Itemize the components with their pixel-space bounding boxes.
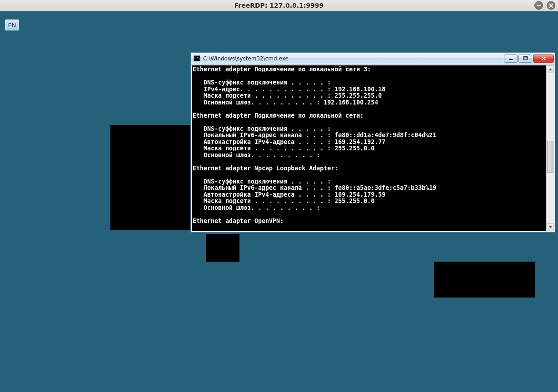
chevron-up-icon: [548, 67, 553, 71]
scroll-up-button[interactable]: [547, 65, 554, 73]
cmd-titlebar[interactable]: C:\ C:\Windows\system32\cmd.exe: [191, 53, 555, 65]
maximize-icon: [523, 56, 528, 61]
cmd-app-icon: C:\: [194, 55, 200, 61]
host-window-title: FreeRDP: 127.0.0.1:9999: [234, 2, 324, 9]
desktop-icon-redacted: [434, 262, 535, 298]
scroll-down-button[interactable]: [547, 223, 554, 231]
host-close-button[interactable]: [547, 1, 555, 10]
close-icon: [549, 3, 553, 8]
minimize-icon: [537, 3, 541, 8]
cmd-maximize-button[interactable]: [518, 55, 532, 63]
cmd-window-title: C:\Windows\system32\cmd.exe: [203, 55, 501, 62]
host-window-controls: [534, 1, 555, 10]
minimize-icon: [508, 56, 513, 61]
cmd-close-button[interactable]: [533, 55, 554, 63]
svg-rect-0: [537, 5, 541, 6]
cmd-client-area: Ethernet adapter Подключение по локально…: [191, 65, 555, 232]
close-icon: [541, 56, 547, 61]
host-titlebar: FreeRDP: 127.0.0.1:9999: [0, 0, 558, 11]
scrollbar-thumb[interactable]: [547, 141, 553, 173]
cmd-window-controls: [504, 55, 554, 63]
remote-desktop-area[interactable]: EN C:\ C:\Windows\system32\cmd.exe Ether…: [0, 11, 558, 392]
cmd-minimize-button[interactable]: [504, 55, 518, 63]
svg-rect-3: [523, 57, 527, 58]
host-minimize-button[interactable]: [534, 1, 543, 10]
language-indicator[interactable]: EN: [5, 19, 20, 31]
svg-rect-1: [509, 59, 513, 60]
desktop-icon-redacted: [206, 234, 239, 262]
cmd-output[interactable]: Ethernet adapter Подключение по локально…: [192, 65, 546, 231]
cmd-window[interactable]: C:\ C:\Windows\system32\cmd.exe Ethernet…: [190, 52, 555, 233]
desktop-icon-redacted: [110, 125, 190, 230]
scrollbar-track[interactable]: [547, 73, 554, 223]
chevron-down-icon: [548, 225, 553, 229]
cmd-vertical-scrollbar[interactable]: [546, 65, 554, 231]
